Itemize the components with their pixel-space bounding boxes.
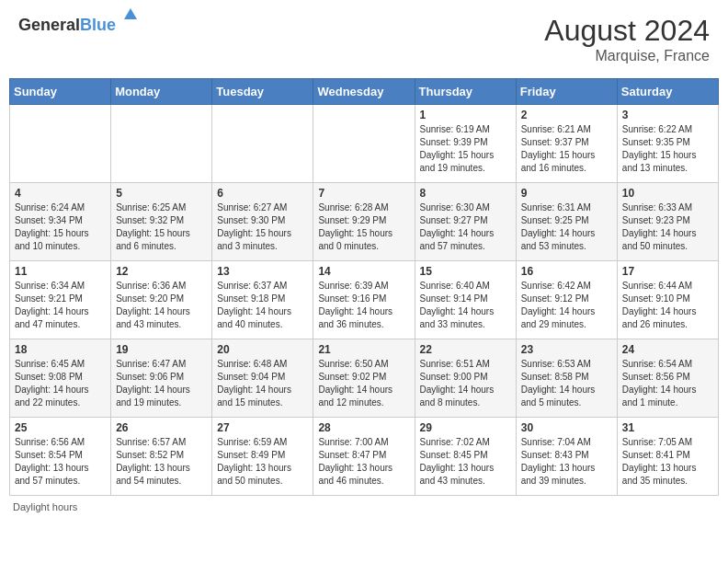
day-info: Sunrise: 6:48 AM Sunset: 9:04 PM Dayligh… bbox=[217, 358, 308, 409]
calendar-day-header: Thursday bbox=[415, 79, 516, 105]
day-info: Sunrise: 7:00 AM Sunset: 8:47 PM Dayligh… bbox=[318, 436, 409, 488]
day-info: Sunrise: 6:57 AM Sunset: 8:52 PM Dayligh… bbox=[116, 436, 207, 488]
calendar-day-cell: 4Sunrise: 6:24 AM Sunset: 9:34 PM Daylig… bbox=[10, 183, 111, 261]
calendar-day-header: Friday bbox=[516, 79, 617, 105]
day-info: Sunrise: 6:39 AM Sunset: 9:16 PM Dayligh… bbox=[318, 280, 409, 331]
day-info: Sunrise: 6:21 AM Sunset: 9:37 PM Dayligh… bbox=[521, 123, 612, 175]
day-info: Sunrise: 6:24 AM Sunset: 9:34 PM Dayligh… bbox=[15, 201, 106, 253]
calendar-day-cell: 21Sunrise: 6:50 AM Sunset: 9:02 PM Dayli… bbox=[313, 339, 415, 418]
calendar-day-cell bbox=[212, 105, 313, 183]
calendar-week-row: 4Sunrise: 6:24 AM Sunset: 9:34 PM Daylig… bbox=[10, 183, 719, 261]
month-year-title: August 2024 bbox=[544, 14, 710, 48]
day-info: Sunrise: 6:44 AM Sunset: 9:10 PM Dayligh… bbox=[622, 280, 713, 331]
calendar-week-row: 1Sunrise: 6:19 AM Sunset: 9:39 PM Daylig… bbox=[10, 105, 719, 183]
calendar-day-cell bbox=[313, 105, 415, 183]
day-info: Sunrise: 6:40 AM Sunset: 9:14 PM Dayligh… bbox=[420, 280, 511, 331]
calendar-day-cell: 1Sunrise: 6:19 AM Sunset: 9:39 PM Daylig… bbox=[415, 105, 516, 183]
calendar-day-cell: 23Sunrise: 6:53 AM Sunset: 8:58 PM Dayli… bbox=[516, 339, 617, 418]
calendar-day-cell bbox=[111, 105, 212, 183]
day-number: 6 bbox=[217, 187, 308, 200]
day-number: 2 bbox=[521, 109, 612, 121]
calendar-day-cell: 2Sunrise: 6:21 AM Sunset: 9:37 PM Daylig… bbox=[516, 105, 617, 183]
calendar-day-cell: 18Sunrise: 6:45 AM Sunset: 9:08 PM Dayli… bbox=[10, 339, 111, 418]
day-info: Sunrise: 6:45 AM Sunset: 9:08 PM Dayligh… bbox=[15, 358, 106, 409]
daylight-note: Daylight hours bbox=[13, 501, 77, 512]
day-number: 25 bbox=[15, 421, 106, 434]
logo-blue-text: Blue bbox=[80, 16, 116, 34]
day-number: 10 bbox=[622, 187, 713, 200]
day-number: 27 bbox=[217, 421, 308, 434]
day-info: Sunrise: 6:28 AM Sunset: 9:29 PM Dayligh… bbox=[318, 201, 409, 253]
calendar-day-cell: 20Sunrise: 6:48 AM Sunset: 9:04 PM Dayli… bbox=[212, 339, 313, 418]
day-number: 17 bbox=[622, 265, 713, 278]
day-number: 24 bbox=[622, 343, 713, 356]
day-info: Sunrise: 7:02 AM Sunset: 8:45 PM Dayligh… bbox=[420, 436, 511, 488]
location-subtitle: Marquise, France bbox=[544, 48, 710, 64]
page-header: GeneralBlue August 2024 Marquise, France bbox=[9, 9, 719, 69]
day-info: Sunrise: 6:37 AM Sunset: 9:18 PM Dayligh… bbox=[217, 280, 308, 331]
day-number: 14 bbox=[318, 265, 409, 278]
day-info: Sunrise: 6:51 AM Sunset: 9:00 PM Dayligh… bbox=[420, 358, 511, 409]
day-number: 3 bbox=[622, 109, 713, 121]
day-number: 1 bbox=[420, 109, 511, 121]
day-number: 5 bbox=[116, 187, 207, 200]
calendar-day-header: Monday bbox=[111, 79, 212, 105]
calendar-table: SundayMondayTuesdayWednesdayThursdayFrid… bbox=[9, 78, 719, 496]
day-number: 18 bbox=[15, 343, 106, 356]
day-info: Sunrise: 6:50 AM Sunset: 9:02 PM Dayligh… bbox=[318, 358, 409, 409]
calendar-day-cell: 26Sunrise: 6:57 AM Sunset: 8:52 PM Dayli… bbox=[111, 418, 212, 496]
calendar-day-cell: 5Sunrise: 6:25 AM Sunset: 9:32 PM Daylig… bbox=[111, 183, 212, 261]
day-number: 26 bbox=[116, 421, 207, 434]
day-number: 19 bbox=[116, 343, 207, 356]
day-info: Sunrise: 6:19 AM Sunset: 9:39 PM Dayligh… bbox=[420, 123, 511, 175]
day-info: Sunrise: 6:56 AM Sunset: 8:54 PM Dayligh… bbox=[15, 436, 106, 488]
calendar-day-cell: 24Sunrise: 6:54 AM Sunset: 8:56 PM Dayli… bbox=[617, 339, 718, 418]
calendar-day-cell: 13Sunrise: 6:37 AM Sunset: 9:18 PM Dayli… bbox=[212, 261, 313, 339]
calendar-header-row: SundayMondayTuesdayWednesdayThursdayFrid… bbox=[10, 79, 719, 105]
day-number: 13 bbox=[217, 265, 308, 278]
day-number: 31 bbox=[622, 421, 713, 434]
day-number: 29 bbox=[420, 421, 511, 434]
calendar-day-cell: 10Sunrise: 6:33 AM Sunset: 9:23 PM Dayli… bbox=[617, 183, 718, 261]
logo: GeneralBlue bbox=[18, 14, 137, 35]
day-number: 30 bbox=[521, 421, 612, 434]
day-number: 23 bbox=[521, 343, 612, 356]
calendar-day-header: Wednesday bbox=[313, 79, 415, 105]
calendar-day-cell: 19Sunrise: 6:47 AM Sunset: 9:06 PM Dayli… bbox=[111, 339, 212, 418]
day-number: 28 bbox=[318, 421, 409, 434]
day-info: Sunrise: 6:31 AM Sunset: 9:25 PM Dayligh… bbox=[521, 201, 612, 253]
calendar-day-cell: 30Sunrise: 7:04 AM Sunset: 8:43 PM Dayli… bbox=[516, 418, 617, 496]
calendar-day-cell: 6Sunrise: 6:27 AM Sunset: 9:30 PM Daylig… bbox=[212, 183, 313, 261]
day-number: 11 bbox=[15, 265, 106, 278]
day-number: 4 bbox=[15, 187, 106, 200]
day-info: Sunrise: 6:30 AM Sunset: 9:27 PM Dayligh… bbox=[420, 201, 511, 253]
day-info: Sunrise: 6:47 AM Sunset: 9:06 PM Dayligh… bbox=[116, 358, 207, 409]
calendar-day-cell: 17Sunrise: 6:44 AM Sunset: 9:10 PM Dayli… bbox=[617, 261, 718, 339]
title-block: August 2024 Marquise, France bbox=[544, 14, 710, 64]
svg-marker-0 bbox=[124, 8, 137, 19]
day-number: 12 bbox=[116, 265, 207, 278]
calendar-week-row: 25Sunrise: 6:56 AM Sunset: 8:54 PM Dayli… bbox=[10, 418, 719, 496]
day-info: Sunrise: 6:36 AM Sunset: 9:20 PM Dayligh… bbox=[116, 280, 207, 331]
calendar-day-cell: 29Sunrise: 7:02 AM Sunset: 8:45 PM Dayli… bbox=[415, 418, 516, 496]
calendar-week-row: 11Sunrise: 6:34 AM Sunset: 9:21 PM Dayli… bbox=[10, 261, 719, 339]
calendar-day-cell: 27Sunrise: 6:59 AM Sunset: 8:49 PM Dayli… bbox=[212, 418, 313, 496]
logo-general-text: General bbox=[18, 16, 80, 34]
day-info: Sunrise: 7:04 AM Sunset: 8:43 PM Dayligh… bbox=[521, 436, 612, 488]
day-info: Sunrise: 6:27 AM Sunset: 9:30 PM Dayligh… bbox=[217, 201, 308, 253]
footer-note: Daylight hours bbox=[9, 501, 719, 512]
day-number: 9 bbox=[521, 187, 612, 200]
day-info: Sunrise: 6:22 AM Sunset: 9:35 PM Dayligh… bbox=[622, 123, 713, 175]
calendar-day-cell bbox=[10, 105, 111, 183]
calendar-day-cell: 7Sunrise: 6:28 AM Sunset: 9:29 PM Daylig… bbox=[313, 183, 415, 261]
calendar-day-cell: 12Sunrise: 6:36 AM Sunset: 9:20 PM Dayli… bbox=[111, 261, 212, 339]
calendar-day-cell: 25Sunrise: 6:56 AM Sunset: 8:54 PM Dayli… bbox=[10, 418, 111, 496]
logo-container: GeneralBlue bbox=[18, 14, 137, 35]
calendar-week-row: 18Sunrise: 6:45 AM Sunset: 9:08 PM Dayli… bbox=[10, 339, 719, 418]
day-number: 16 bbox=[521, 265, 612, 278]
day-info: Sunrise: 6:54 AM Sunset: 8:56 PM Dayligh… bbox=[622, 358, 713, 409]
day-number: 22 bbox=[420, 343, 511, 356]
calendar-day-cell: 15Sunrise: 6:40 AM Sunset: 9:14 PM Dayli… bbox=[415, 261, 516, 339]
calendar-day-header: Tuesday bbox=[212, 79, 313, 105]
day-number: 15 bbox=[420, 265, 511, 278]
